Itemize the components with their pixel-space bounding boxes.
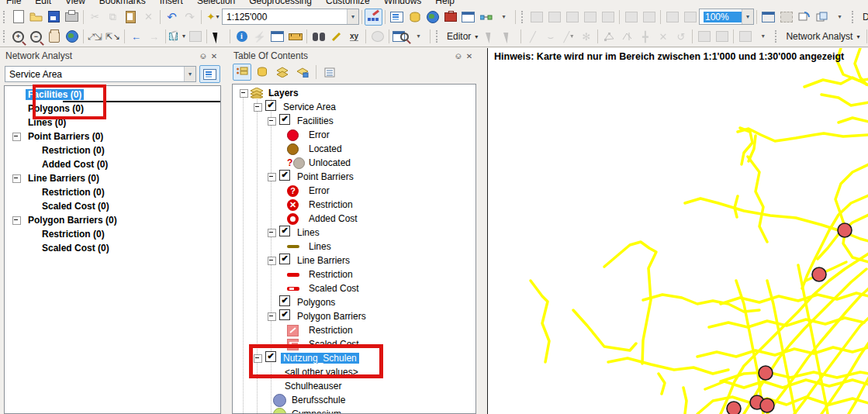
toc-item-label[interactable]: Scaled Cost [306,339,361,350]
toc-item-label[interactable]: Polygons [295,297,337,308]
toc-item-label[interactable]: Facilities [295,116,336,126]
list-by-drawing-order-icon[interactable] [233,64,251,81]
select-elements-tool-icon[interactable] [209,28,227,45]
editor-menu-button[interactable]: Editor▾ [442,30,482,43]
map-view[interactable]: Hinweis: Karte wird nur im Bereich zwisc… [487,48,868,414]
pin-icon[interactable]: ⎉ [198,50,209,61]
toc-item-label[interactable]: Scaled Cost [306,283,361,294]
layer-visibility-checkbox[interactable] [279,254,290,264]
na-tree-item-label[interactable]: Line Barriers (0) [26,173,102,184]
expand-toggle[interactable] [268,257,276,265]
toc-item-label[interactable]: Service Area [281,102,338,112]
callout-window-icon[interactable] [268,28,286,45]
toolbar-overflow-icon[interactable]: ▾ [754,28,772,45]
menu-item-selection[interactable]: Selection [197,0,235,6]
toc-options-icon[interactable] [320,64,339,81]
expand-toggle[interactable] [268,173,276,181]
select-features-icon[interactable]: ▾ [168,28,186,45]
open-folder-icon[interactable] [27,9,45,26]
toolbar-grip[interactable] [852,11,855,23]
toolbar-grip[interactable] [3,30,6,43]
add-data-icon[interactable]: ✦▾ [204,9,222,26]
na-tree-item[interactable]: Lines (0) [5,116,68,129]
toggle-draft-mode-icon[interactable] [759,9,777,26]
close-icon[interactable]: ✕ [464,50,475,61]
expand-toggle[interactable] [12,216,21,225]
list-by-selection-icon[interactable] [293,64,312,81]
zoom-in-icon[interactable]: + [9,28,27,45]
modelbuilder-icon[interactable] [477,9,495,26]
save-icon[interactable] [45,9,63,26]
na-tree-item-label[interactable]: Scaled Cost (0) [40,243,112,254]
editor-sketch-tool-icon[interactable] [365,9,382,26]
layer-visibility-checkbox[interactable] [279,170,290,181]
hyperlink-icon[interactable] [327,28,345,45]
toolbar-grip[interactable] [3,11,6,23]
expand-toggle[interactable] [268,117,276,126]
toc-item-label[interactable]: Error [306,185,332,196]
toc-item-label[interactable]: <all other values> [282,367,361,378]
na-tree-item-label[interactable]: Restriction (0) [40,145,107,156]
na-tree-item[interactable]: Restriction (0) [5,185,107,199]
layout-zoom-value[interactable]: 100% [704,12,742,22]
menu-item-bookmarks[interactable]: Bookmarks [99,0,146,6]
menu-item-help[interactable]: Help [435,0,455,6]
na-tree-item-label[interactable]: Polygon Barriers (0) [26,215,119,226]
focus-data-frame-icon[interactable] [777,9,795,26]
layout-zoom-dropdown-arrow[interactable]: ▾ [742,9,753,24]
na-tree-item-label[interactable]: Added Cost (0) [40,159,110,170]
layout-zoom-combo[interactable]: 100% ▾ [699,9,754,25]
toc-item-label[interactable]: Restriction [306,199,355,210]
na-tree-item-label[interactable]: Facilities (0) [26,89,84,100]
toc-item-label[interactable]: Error [306,129,332,140]
data-driven-pages-icon[interactable] [813,9,831,26]
measure-ruler-icon[interactable] [286,28,304,45]
toolbar-overflow-icon[interactable]: ▾ [410,28,427,45]
fixed-zoom-out-icon[interactable]: ⇱↘ [104,28,122,45]
expand-toggle[interactable] [254,354,262,363]
na-tree-item[interactable]: Polygons (0) [5,102,86,116]
catalog-window-icon[interactable] [406,9,424,26]
toolbar-grip[interactable] [775,30,778,43]
toc-item-label[interactable]: Schulheauser [282,381,344,392]
toc-item-label[interactable]: Berufsschule [289,395,348,405]
network-analyst-menu-button[interactable]: Network Analyst▾ [781,30,864,43]
identify-icon[interactable]: i [233,28,251,45]
toolbar-overflow-icon[interactable]: ▾ [831,9,849,26]
na-tree-item[interactable]: Restriction (0) [5,143,107,157]
toc-item-label[interactable]: Added Cost [306,213,360,224]
pan-hand-icon[interactable] [45,28,63,45]
paste-icon[interactable] [122,9,140,26]
na-tree-item[interactable]: Restriction (0) [5,227,107,241]
map-scale-combo[interactable]: 1:125'000 ▾ [222,9,359,25]
layer-visibility-checkbox[interactable] [279,295,290,306]
na-tree-item-label[interactable]: Restriction (0) [40,229,107,240]
menu-item-insert[interactable]: Insert [160,0,183,6]
expand-toggle[interactable] [268,229,276,237]
close-icon[interactable]: ✕ [209,50,220,61]
expand-toggle[interactable] [240,89,248,98]
change-layout-icon[interactable] [795,9,813,26]
na-tree-item[interactable]: Line Barriers (0) [5,171,102,185]
layer-visibility-checkbox[interactable] [265,351,276,362]
menu-item-geoprocessing[interactable]: Geoprocessing [249,0,312,6]
na-tree-item[interactable]: Scaled Cost (0) [5,199,112,213]
scale-dropdown-arrow[interactable]: ▾ [347,9,358,24]
menu-item-file[interactable]: File [6,0,21,6]
toolbar-overflow-icon[interactable]: ▾ [495,9,513,26]
list-by-source-icon[interactable] [253,64,271,81]
toc-item-label[interactable]: Polygon Barriers [295,311,368,322]
na-tree-item-label[interactable]: Restriction (0) [40,187,107,198]
expand-toggle[interactable] [12,133,21,141]
analysis-mode-dropdown-arrow[interactable]: ▾ [184,67,195,81]
menu-item-view[interactable]: View [65,0,85,6]
undo-icon[interactable]: ↶ [163,9,181,26]
na-tree-item[interactable]: Point Barriers (0) [5,129,105,143]
list-by-visibility-icon[interactable] [273,64,292,81]
print-icon[interactable] [63,9,81,26]
expand-toggle[interactable] [254,103,262,112]
toolbar-grip[interactable] [436,30,439,43]
toolbar-grip[interactable] [521,11,524,23]
arctoolbox-icon[interactable] [441,9,459,26]
toc-item-label[interactable]: Line Barriers [295,255,352,266]
